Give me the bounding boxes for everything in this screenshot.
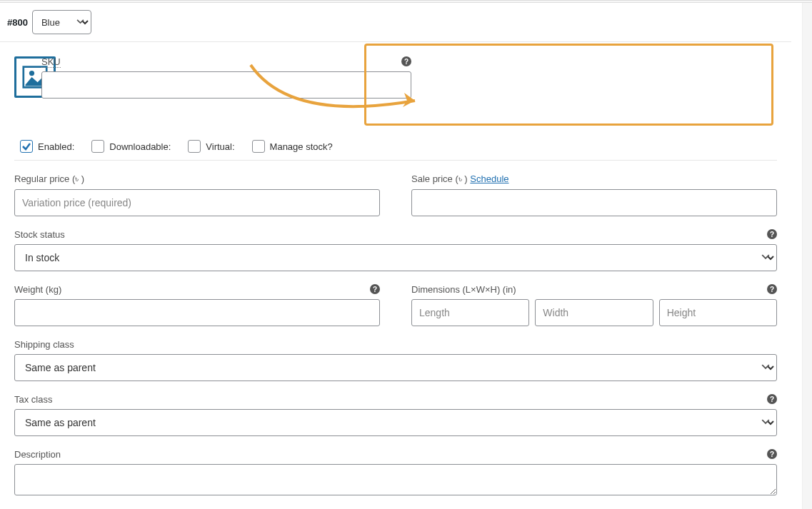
variation-id-label: #800 [7,17,28,28]
checkbox-empty-icon [252,140,265,153]
shipping-class-select[interactable]: Same as parent [14,354,777,381]
checkbox-checked-icon [20,140,33,153]
sale-price-label: Sale price (৳ ) [411,173,470,184]
help-icon[interactable]: ? [767,284,777,294]
virtual-label: Virtual: [206,141,234,152]
description-label: Description [14,449,777,460]
weight-group: Weight (kg) ? [14,284,380,326]
tax-class-group: Tax class ? Same as parent [14,394,777,436]
variation-panel: SKU ? Enabled: Downloadable: Virtual: [0,42,791,509]
tax-class-label: Tax class [14,394,777,405]
checkbox-row: Enabled: Downloadable: Virtual: Manage s… [14,131,777,161]
virtual-check[interactable]: Virtual: [188,140,234,153]
attribute-select-wrap: Blue [28,10,91,34]
downloadable-label: Downloadable: [109,141,171,152]
weight-input[interactable] [14,299,380,326]
help-icon[interactable]: ? [370,284,380,294]
length-input[interactable] [411,299,529,326]
sku-label: SKU [41,56,61,68]
help-icon[interactable]: ? [767,229,777,239]
upper-row: SKU ? [14,56,777,114]
manage-stock-label: Manage stock? [270,141,333,152]
shipping-class-label: Shipping class [14,339,777,350]
sku-input[interactable] [41,71,411,99]
stock-status-group: Stock status ? In stock [14,229,777,271]
width-input[interactable] [535,299,653,326]
regular-price-input[interactable] [14,189,380,216]
annotation-highlight-box [364,44,773,126]
description-group: Description ? [14,449,777,498]
height-input[interactable] [659,299,777,326]
checkbox-empty-icon [91,140,104,153]
weight-label: Weight (kg) [14,284,380,295]
sku-field-group: SKU ? [41,56,411,99]
svg-point-1 [29,71,34,76]
regular-price-label: Regular price (৳ ) [14,173,380,185]
sale-price-group: Sale price (৳ ) Schedule [411,173,777,216]
variation-header-row: #800 Blue [0,3,791,42]
shipping-class-group: Shipping class Same as parent [14,339,777,381]
help-icon[interactable]: ? [767,394,777,404]
help-icon[interactable]: ? [401,56,411,66]
downloadable-check[interactable]: Downloadable: [91,140,171,153]
description-textarea[interactable] [14,464,777,495]
schedule-link[interactable]: Schedule [470,173,508,184]
regular-price-group: Regular price (৳ ) [14,173,380,216]
stock-status-select[interactable]: In stock [14,244,777,271]
enabled-label: Enabled: [38,141,74,152]
dimensions-group: Dimensions (L×W×H) (in) ? [411,284,777,326]
outer-scrollbar[interactable] [802,3,812,509]
tax-class-select[interactable]: Same as parent [14,409,777,436]
manage-stock-check[interactable]: Manage stock? [252,140,333,153]
dimensions-label: Dimensions (L×W×H) (in) [411,284,777,295]
sale-price-input[interactable] [411,189,777,216]
checkbox-empty-icon [188,140,201,153]
enabled-check[interactable]: Enabled: [20,140,74,153]
stock-status-label: Stock status [14,229,777,240]
attribute-color-select[interactable]: Blue [32,10,91,34]
help-icon[interactable]: ? [767,449,777,459]
